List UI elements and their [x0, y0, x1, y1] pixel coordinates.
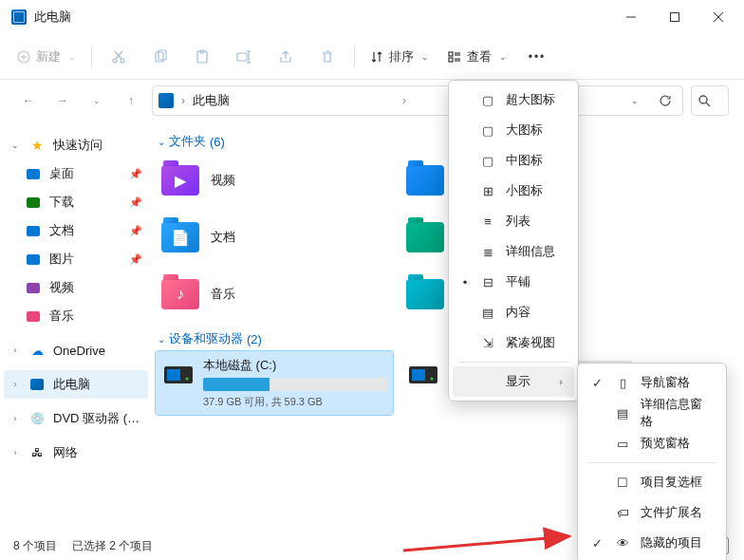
chevron-down-icon: ⌄: [158, 137, 165, 147]
close-button[interactable]: [697, 3, 740, 31]
view-menu: ▢超大图标▢大图标▢中图标⊞小图标≡列表≣详细信息•⊟平铺▤内容⇲紧凑视图显示›: [448, 80, 579, 401]
address-path: 此电脑: [193, 92, 395, 109]
menu-item-label: 超大图标: [506, 91, 563, 108]
folder-label: 音乐: [211, 286, 235, 303]
recent-dropdown[interactable]: ⌄: [84, 87, 110, 114]
chevron-right-icon: ›: [9, 448, 21, 457]
sidebar-item-onedrive[interactable]: › ☁ OneDrive: [4, 336, 148, 364]
menu-item-label: 详细信息: [506, 243, 563, 260]
drive-item[interactable]: 本地磁盘 (C:)37.9 GB 可用, 共 59.3 GB: [156, 351, 393, 415]
sidebar-item-quick[interactable]: 图片📌: [4, 245, 148, 273]
section-count: (6): [210, 135, 225, 149]
view-menu-item[interactable]: ≣详细信息: [453, 236, 574, 267]
view-menu-item[interactable]: ▢超大图标: [453, 84, 574, 115]
menu-item-label: 小图标: [506, 182, 563, 199]
view-menu-item[interactable]: ▢大图标: [453, 115, 574, 145]
show-menu-item[interactable]: ✓👁隐藏的项目: [582, 528, 722, 558]
view-type-icon: ≣: [479, 245, 496, 259]
folder-item[interactable]: ▶视频: [156, 154, 393, 207]
sidebar-item-quick-access[interactable]: ⌄ ★ 快速访问: [4, 131, 148, 159]
menu-item-label: 隐藏的项目: [641, 534, 711, 551]
back-button[interactable]: ←: [15, 87, 42, 114]
view-menu-item[interactable]: ⇲紧凑视图: [453, 327, 574, 358]
svg-rect-17: [449, 52, 453, 56]
forward-button[interactable]: →: [49, 87, 76, 114]
section-title: 文件夹: [169, 133, 206, 150]
folder-label: 文档: [211, 229, 235, 246]
folder-item[interactable]: ♪音乐: [156, 268, 393, 321]
show-menu-item[interactable]: ▭预览窗格: [582, 428, 722, 458]
refresh-button[interactable]: [654, 89, 677, 112]
svg-rect-13: [237, 53, 247, 61]
sidebar-item-quick[interactable]: 桌面📌: [4, 159, 148, 188]
view-menu-item[interactable]: •⊟平铺: [453, 267, 574, 297]
status-selected-count: 已选择 2 个项目: [72, 538, 153, 554]
sidebar-item-dvd[interactable]: › 💿 DVD 驱动器 (D:) CP: [4, 404, 148, 433]
view-button[interactable]: 查看 ⌄: [440, 41, 514, 73]
svg-rect-1: [671, 13, 679, 22]
pane-icon: 🏷: [614, 506, 631, 520]
maximize-button[interactable]: [653, 3, 697, 31]
folder-icon: [25, 280, 42, 295]
up-button[interactable]: ↑: [118, 87, 144, 114]
menu-item-label: 项目复选框: [641, 474, 711, 491]
folder-icon: 📄: [159, 216, 201, 258]
drive-capacity-text: 37.9 GB 可用, 共 59.3 GB: [203, 395, 387, 409]
show-menu-item[interactable]: ✓▯导航窗格: [582, 367, 722, 398]
titlebar: 此电脑: [0, 0, 744, 34]
view-menu-show[interactable]: 显示›: [453, 366, 574, 397]
toolbar: 新建 ⌄ 排序 ⌄ 查看 ⌄ •••: [0, 34, 744, 80]
sidebar-item-network[interactable]: › 🖧 网络: [4, 439, 148, 467]
view-menu-item[interactable]: ≡列表: [453, 206, 574, 236]
delete-button[interactable]: [308, 41, 346, 73]
address-dropdown[interactable]: ⌄: [623, 89, 646, 112]
sidebar-item-quick[interactable]: 视频: [4, 273, 148, 302]
cut-button[interactable]: [100, 41, 138, 73]
minimize-button[interactable]: [609, 3, 653, 31]
star-icon: ★: [28, 138, 46, 153]
show-menu-item[interactable]: ☐项目复选框: [582, 467, 722, 497]
chevron-down-icon: ⌄: [421, 52, 429, 62]
section-title: 设备和驱动器: [169, 330, 243, 347]
drive-icon: [406, 357, 440, 391]
view-menu-item[interactable]: ▢中图标: [453, 145, 574, 176]
show-menu-item[interactable]: 🏷文件扩展名: [582, 497, 722, 528]
sidebar-item-quick[interactable]: 音乐: [4, 302, 148, 330]
folder-icon: ▶: [159, 159, 201, 201]
search-box[interactable]: [691, 85, 729, 116]
svg-point-8: [121, 59, 124, 63]
sidebar-item-quick[interactable]: 下载📌: [4, 188, 148, 216]
view-type-icon: ▤: [479, 306, 496, 320]
show-menu-item[interactable]: ▤详细信息窗格: [582, 398, 722, 428]
copy-button[interactable]: [141, 41, 179, 73]
section-count: (2): [247, 332, 262, 346]
rename-button[interactable]: [225, 41, 263, 73]
new-button[interactable]: 新建 ⌄: [9, 41, 84, 73]
more-button[interactable]: •••: [518, 41, 556, 73]
chevron-right-icon: ›: [9, 380, 21, 389]
view-type-icon: ▢: [479, 123, 496, 138]
check-icon: ✓: [589, 536, 604, 551]
address-bar[interactable]: › 此电脑 › ⌄: [152, 85, 683, 116]
svg-point-30: [431, 378, 434, 381]
share-button[interactable]: [267, 41, 305, 73]
cloud-icon: ☁: [28, 343, 46, 358]
view-menu-item[interactable]: ▤内容: [453, 297, 574, 327]
radio-indicator: •: [460, 275, 470, 289]
folder-icon: [25, 308, 42, 324]
svg-line-24: [706, 103, 710, 106]
view-type-icon: ⊟: [479, 275, 496, 289]
view-menu-item[interactable]: ⊞小图标: [453, 176, 574, 206]
sidebar-item-this-pc[interactable]: › 此电脑: [4, 370, 148, 399]
sidebar-item-quick[interactable]: 文档📌: [4, 216, 148, 245]
window-title: 此电脑: [34, 9, 71, 26]
menu-item-label: 列表: [506, 213, 563, 230]
address-sep: ›: [181, 94, 185, 107]
menu-item-label: 平铺: [506, 273, 563, 290]
sort-button[interactable]: 排序 ⌄: [363, 41, 437, 73]
paste-button[interactable]: [183, 41, 221, 73]
this-pc-icon: [11, 9, 27, 25]
svg-point-27: [186, 378, 189, 381]
menu-item-label: 中图标: [506, 152, 563, 169]
folder-item[interactable]: 📄文档: [156, 211, 393, 264]
